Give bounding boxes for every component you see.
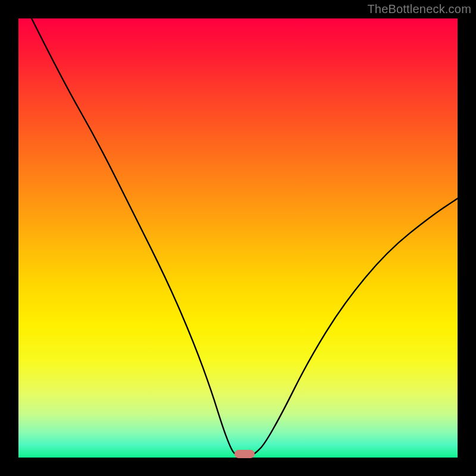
plot-area — [18, 18, 458, 458]
attribution-text: TheBottleneck.com — [367, 2, 471, 16]
chart-frame: TheBottleneck.com — [0, 0, 476, 476]
bottleneck-curve — [18, 18, 458, 458]
optimal-marker — [234, 450, 255, 458]
